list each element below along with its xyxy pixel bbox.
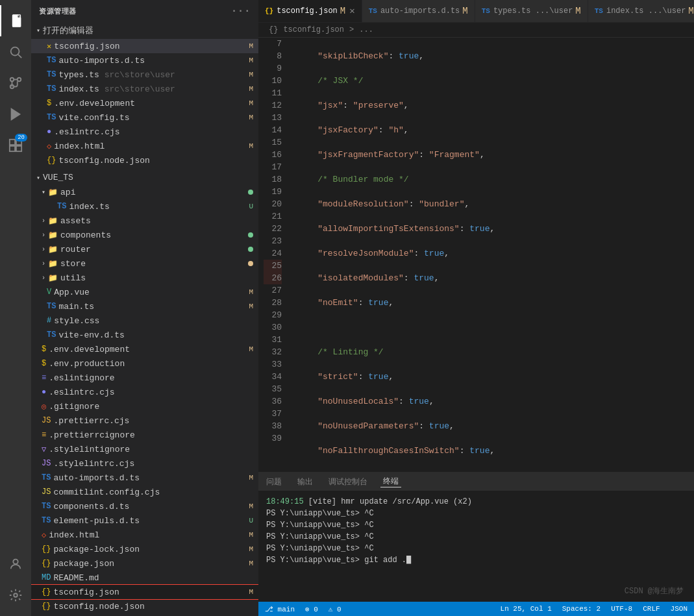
file-gitignore[interactable]: ◎ .gitignore [31,399,258,413]
svg-marker-9 [12,109,20,120]
tab-tsconfig-json[interactable]: {} tsconfig.json M ✕ [258,0,362,22]
file-api-index[interactable]: TS index.ts U [31,199,258,214]
file-env-prod[interactable]: $ .env.production [31,356,258,371]
open-editor-name: index.html [54,142,249,151]
search-icon[interactable] [0,36,31,68]
code-container[interactable]: 7891011 1213141516 1718192021 222324 25 … [258,38,694,472]
folder-router[interactable]: › 📁 router [31,242,258,256]
open-editor-index-html[interactable]: ◇ index.html M [31,139,258,153]
file-eslintrc[interactable]: ● .eslintrc.cjs [31,385,258,399]
modified-badge: M [249,99,253,107]
file-main-ts[interactable]: TS main.ts M [31,299,258,314]
svg-point-6 [10,78,14,82]
encoding-indicator[interactable]: UTF-8 [611,605,632,613]
file-name: .gitignore [49,402,258,412]
modified-dot [248,190,253,195]
file-stylelintignore[interactable]: ▽ .stylelintignore [31,442,258,456]
file-element-puls[interactable]: TS element-puls.d.ts U [31,513,258,528]
file-name: commitlint.config.cjs [53,487,258,497]
spaces-indicator[interactable]: Spaces: 2 [562,605,601,613]
folder-store[interactable]: › 📁 store [31,256,258,271]
open-editors-section[interactable]: ▾ 打开的编辑器 [31,22,258,39]
prettier-icon: ≡ [42,430,46,439]
files-icon[interactable] [0,5,31,36]
file-name: index.html [49,530,249,540]
ts-icon: TS [47,70,56,79]
file-package-json[interactable]: {} package.json M [31,556,258,571]
open-editor-tsconfig-node[interactable]: {} tsconfig.node.json [31,153,258,167]
file-index-html-root[interactable]: ◇ index.html M [31,528,258,542]
file-commitlint[interactable]: JS commitlint.config.cjs [31,485,258,499]
tab-types-ts[interactable]: TS types.ts ...\user M [475,0,588,22]
file-eslintignore[interactable]: ≡ .eslintignore [31,371,258,385]
modified-badge: M [249,588,253,596]
file-vite-env[interactable]: TS vite-env.d.ts [31,328,258,342]
folder-components[interactable]: › 📁 components [31,228,258,242]
file-env-dev-root[interactable]: $ .env.development M [31,342,258,356]
tab-close-icon[interactable]: ✕ [349,6,354,16]
tab-label: types.ts ...\user [493,6,573,16]
sidebar-menu-icon[interactable]: ··· [231,5,251,17]
open-editor-vite-config[interactable]: TS vite.config.ts M [31,110,258,125]
tab-output[interactable]: 输出 [295,476,316,487]
open-editor-env-dev[interactable]: $ .env.development M [31,96,258,110]
extensions-icon[interactable]: 20 [0,130,31,161]
terminal-line-2: PS Y:\uniapp\vue_ts> ^C [266,508,686,519]
code-line-16: "isolatedModules": true, [297,272,694,284]
file-prettierignore[interactable]: ≡ .prettierrcignore [31,428,258,442]
tab-auto-imports[interactable]: TS auto-imports.d.ts M [362,0,475,22]
tab-modified: M [575,6,580,16]
line-col-indicator[interactable]: Ln 25, Col 1 [501,605,552,613]
file-style-css[interactable]: # style.css [31,314,258,328]
file-name: .prettierrc.cjs [53,416,258,426]
file-tsconfig-node-root[interactable]: {} tsconfig.node.json [31,599,258,613]
folder-assets[interactable]: › 📁 assets [31,214,258,228]
open-editor-types[interactable]: TS types.ts src\store\user M [31,68,258,82]
line-numbers: 7891011 1213141516 1718192021 222324 25 … [258,38,287,472]
env-icon: $ [47,99,51,108]
folder-name: router [60,245,248,254]
breadcrumb-path: tsconfig.json [283,25,344,34]
file-auto-imports-root[interactable]: TS auto-imports.d.ts M [31,471,258,485]
open-editors-chevron: ▾ [36,27,40,34]
folder-api[interactable]: ▾ 📁 api [31,185,258,199]
account-icon[interactable] [0,548,31,580]
vue-icon: V [47,288,51,297]
open-editor-index-ts[interactable]: TS index.ts src\store\user M [31,82,258,96]
errors-indicator[interactable]: ⊗ 0 [305,605,318,613]
eol-indicator[interactable]: CRLF [643,605,660,613]
tab-terminal[interactable]: 终端 [380,476,401,487]
folder-name: utils [60,273,258,283]
file-stylelintrc[interactable]: JS .stylelintrc.cjs [31,456,258,471]
status-bar: ⎇ main ⊗ 0 ⚠ 0 Ln 25, Col 1 Spaces: 2 UT… [258,602,694,616]
folder-utils[interactable]: › 📁 utils [31,271,258,285]
env-icon: $ [42,345,46,354]
run-icon[interactable] [0,99,31,130]
file-readme[interactable]: MD README.md [31,571,258,585]
open-editor-tsconfig-json[interactable]: ✕ tsconfig.json M [31,39,258,53]
vue-ts-section[interactable]: ▾ VUE_TS [31,170,258,185]
branch-indicator[interactable]: ⎇ main [265,605,295,613]
open-editor-auto-imports[interactable]: TS auto-imports.d.ts M [31,53,258,68]
file-package-lock[interactable]: {} package-lock.json M [31,542,258,556]
open-editor-eslint[interactable]: ● .eslintrc.cjs [31,125,258,139]
code-editor[interactable]: "skipLibCheck": true, /* JSX */ "jsx": "… [287,38,694,472]
tab-problems[interactable]: 问题 [264,476,284,487]
ts-icon: TS [47,302,56,311]
file-components-dts[interactable]: TS components.d.ts M [31,499,258,513]
settings-icon[interactable] [0,580,31,611]
tab-label: index.ts ...\user [606,6,686,16]
file-tsconfig-json-root[interactable]: {} tsconfig.json M [31,585,258,599]
file-app-vue[interactable]: V App.vue M [31,285,258,299]
source-control-icon[interactable] [0,68,31,99]
terminal-line-3: PS Y:\uniapp\vue_ts> ^C [266,519,686,531]
modified-badge: M [249,288,253,296]
language-indicator[interactable]: JSON [671,605,688,613]
md-icon: MD [42,573,51,582]
file-prettierrc[interactable]: JS .prettierrc.cjs [31,413,258,428]
warnings-indicator[interactable]: ⚠ 0 [328,605,341,613]
code-line-13: "moduleResolution": "bundler", [297,198,694,210]
main-area: {} tsconfig.json M ✕ TS auto-imports.d.t… [258,0,694,616]
tab-index-ts[interactable]: TS index.ts ...\user M [588,0,694,22]
tab-debug-console[interactable]: 调试控制台 [326,476,370,487]
